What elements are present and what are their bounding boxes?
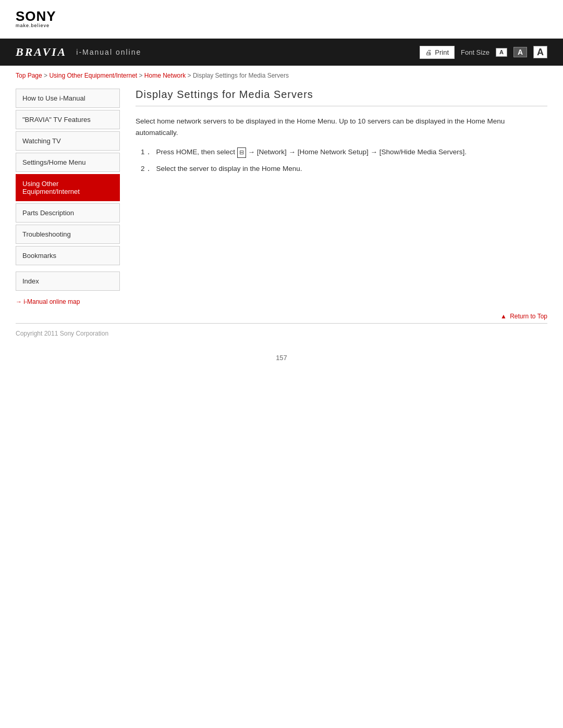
font-size-medium-button[interactable]: A <box>513 47 527 57</box>
bravia-bar: BRAVIA i-Manual online 🖨 Print Font Size… <box>0 39 563 66</box>
breadcrumb-using-other[interactable]: Using Other Equipment/Internet <box>49 72 137 79</box>
sidebar-item-parts-description[interactable]: Parts Description <box>16 203 120 223</box>
breadcrumb-sep3: > <box>188 72 193 79</box>
breadcrumb-home-network[interactable]: Home Network <box>144 72 186 79</box>
step-2-text: Select the server to display in the Home… <box>156 163 302 175</box>
sidebar-item-using-other[interactable]: Using Other Equipment/Internet <box>16 174 120 201</box>
breadcrumb: Top Page > Using Other Equipment/Interne… <box>0 66 563 83</box>
sidebar-item-watching-tv[interactable]: Watching TV <box>16 131 120 151</box>
step-2-number: 2． <box>141 163 152 175</box>
print-icon: 🖨 <box>425 48 432 56</box>
sidebar-item-bookmarks[interactable]: Bookmarks <box>16 246 120 265</box>
steps-list: 1． Press HOME, then select ⊟ → [Network]… <box>141 146 547 174</box>
network-icon: ⊟ <box>237 147 246 158</box>
bravia-left: BRAVIA i-Manual online <box>16 45 141 59</box>
font-size-label: Font Size <box>461 48 489 56</box>
bravia-logo: BRAVIA <box>16 45 67 59</box>
print-label: Print <box>435 48 449 56</box>
step-1-text: Press HOME, then select ⊟ → [Network] → … <box>156 146 467 158</box>
sidebar-item-how-to-use[interactable]: How to Use i-Manual <box>16 89 120 108</box>
font-size-small-button[interactable]: A <box>496 48 507 57</box>
sony-logo: SONY <box>16 9 547 23</box>
breadcrumb-sep1: > <box>44 72 49 79</box>
main-layout: How to Use i-Manual "BRAVIA" TV Features… <box>0 83 563 305</box>
content-intro: Select home network servers to be displa… <box>136 116 547 138</box>
copyright-text: Copyright 2011 Sony Corporation <box>16 330 108 337</box>
return-to-top-link[interactable]: ▲ Return to Top <box>500 313 547 320</box>
sidebar-item-bravia-features[interactable]: "BRAVIA" TV Features <box>16 110 120 129</box>
page-number-area: 157 <box>0 343 563 377</box>
imanual-map-link[interactable]: → i-Manual online map <box>16 298 120 305</box>
logo-area: SONY make.believe <box>0 0 563 33</box>
arrow-right-icon: → <box>16 298 23 305</box>
step-1-number: 1． <box>141 146 152 158</box>
imanual-label: i-Manual online <box>76 48 141 56</box>
sidebar-item-index[interactable]: Index <box>16 272 120 291</box>
content-area: Display Settings for Media Servers Selec… <box>136 83 547 305</box>
sidebar-item-settings-home-menu[interactable]: Settings/Home Menu <box>16 153 120 172</box>
bravia-right: 🖨 Print Font Size A A A <box>420 46 547 59</box>
step-2: 2． Select the server to display in the H… <box>141 163 547 175</box>
footer-area: ▲ Return to Top <box>0 305 563 323</box>
breadcrumb-top-page[interactable]: Top Page <box>16 72 42 79</box>
imanual-map-label: i-Manual online map <box>23 298 80 305</box>
sidebar: How to Use i-Manual "BRAVIA" TV Features… <box>16 89 120 305</box>
font-size-large-button[interactable]: A <box>533 46 547 58</box>
sony-tagline: make.believe <box>16 23 547 28</box>
return-top-label: Return to Top <box>510 313 547 320</box>
print-button[interactable]: 🖨 Print <box>420 46 455 59</box>
step-1: 1． Press HOME, then select ⊟ → [Network]… <box>141 146 547 158</box>
triangle-up-icon: ▲ <box>500 313 507 320</box>
copyright-area: Copyright 2011 Sony Corporation <box>0 324 563 343</box>
page-number: 157 <box>276 354 287 362</box>
breadcrumb-sep2: > <box>139 72 144 79</box>
page-title: Display Settings for Media Servers <box>136 89 547 106</box>
breadcrumb-current: Display Settings for Media Servers <box>193 72 289 79</box>
sidebar-item-troubleshooting[interactable]: Troubleshooting <box>16 225 120 244</box>
